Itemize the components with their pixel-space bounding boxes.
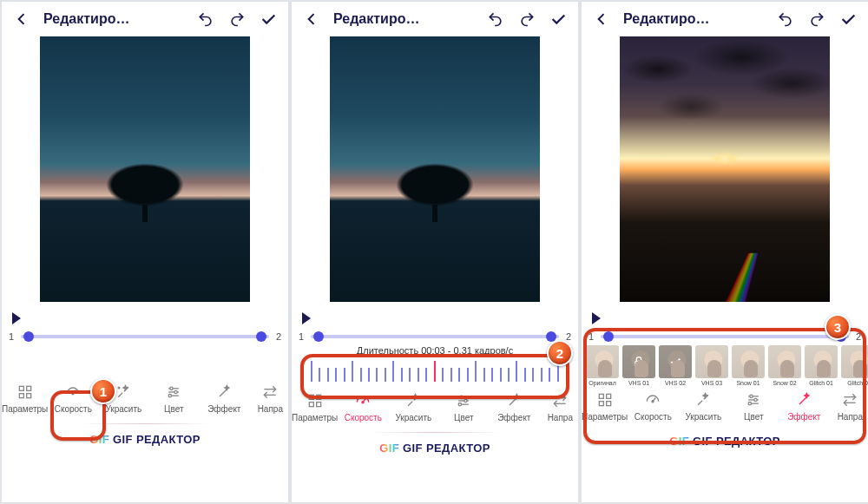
tool-decorate[interactable]: Украсить [388,392,438,422]
timeline-knob-left[interactable] [23,331,34,342]
confirm-icon[interactable] [835,6,861,32]
badge-2: 2 [547,340,573,366]
svg-rect-16 [316,403,320,407]
svg-rect-26 [599,394,603,398]
svg-rect-3 [26,394,30,398]
fx-snow01[interactable]: Snow 01 [731,345,766,386]
play-icon[interactable] [592,312,601,324]
divider [80,423,210,424]
svg-point-18 [362,402,364,403]
back-icon[interactable] [299,6,325,32]
brand-gif: GIF [89,433,109,446]
svg-point-6 [118,387,120,389]
tool-effect[interactable]: Эффект [489,392,539,422]
screen-2: Редактиро… 1 2 Длительность 00:03 - 0.31… [292,2,578,502]
fx-snow02[interactable]: Snow 02 [767,345,802,386]
redo-icon[interactable] [224,6,250,32]
confirm-icon[interactable] [545,6,571,32]
effects-strip[interactable]: Оригинал VHS 01 VHS 02 VHS 03 Snow 01 Sn… [582,342,868,388]
svg-rect-14 [316,395,320,399]
header: Редактиро… [582,2,868,36]
svg-point-35 [750,395,753,397]
svg-rect-2 [19,394,23,398]
svg-point-24 [458,403,461,406]
svg-point-10 [170,387,173,389]
fx-original[interactable]: Оригинал [585,345,620,386]
redo-icon[interactable] [514,6,540,32]
speed-duration-label: Длительность 00:03 - 0.31 кадров/с [307,345,562,356]
tool-params[interactable]: Параметры [292,392,338,422]
tool-params[interactable]: Параметры [582,391,628,422]
svg-point-11 [174,390,177,393]
tool-color[interactable]: Цвет [148,383,199,414]
undo-icon[interactable] [773,6,799,32]
undo-icon[interactable] [483,6,509,32]
svg-rect-13 [309,395,313,399]
undo-icon[interactable] [193,6,219,32]
tool-color[interactable]: Цвет [728,391,779,422]
page-title: Редактиро… [623,11,767,27]
toolbar: Параметры Скорость Украсить Цвет Эффект … [2,376,288,423]
play-icon[interactable] [302,312,311,324]
page-title: Редактиро… [43,11,187,27]
play-icon[interactable] [12,312,21,324]
fx-vhs03[interactable]: VHS 03 [694,345,729,386]
screen-3: Редактиро… 1 2 Оригинал VHS 01 VHS 02 VH… [582,2,868,502]
toolbar: Параметры Скорость Украсить Цвет Эффект … [582,388,868,429]
tool-direction[interactable]: Напра [249,383,288,414]
badge-1: 1 [90,378,116,404]
svg-rect-0 [19,386,23,390]
svg-point-36 [754,398,757,401]
spacer [2,342,288,376]
timeline[interactable]: 1 2 [292,331,578,342]
tool-direction[interactable]: Напра [539,392,578,422]
timeline-end: 2 [274,331,283,342]
tool-effect[interactable]: Эффект [199,383,249,414]
speed-panel: Длительность 00:03 - 0.31 кадров/с [292,342,578,385]
svg-rect-27 [606,394,610,398]
svg-point-37 [748,403,751,405]
fx-glitch01[interactable]: Glitch 01 [804,345,838,386]
page-title: Редактиро… [333,11,477,27]
header: Редактиро… [2,2,288,36]
play-row [292,307,578,330]
timeline-track[interactable] [21,335,269,338]
svg-point-22 [460,396,463,398]
redo-icon[interactable] [804,6,830,32]
svg-point-12 [168,395,171,397]
brand-label: GIFGIF РЕДАКТОР [582,435,868,448]
tool-speed[interactable]: Скорость [628,391,678,422]
back-icon[interactable] [9,6,35,32]
fx-glitch02[interactable]: Glitch 0 [840,345,868,386]
timeline[interactable]: 1 2 [582,331,868,342]
tool-effect[interactable]: Эффект [779,391,829,422]
toolbar: Параметры Скорость Украсить Цвет Эффект … [292,385,578,432]
brand-label: GIFGIF РЕДАКТОР [2,433,288,446]
preview-image [620,36,830,302]
svg-rect-29 [606,402,610,406]
svg-rect-25 [635,361,642,366]
preview-image [40,36,250,302]
tool-color[interactable]: Цвет [438,392,489,422]
speed-marker[interactable] [434,361,436,382]
svg-rect-1 [26,386,30,390]
tool-decorate[interactable]: Украсить [678,391,728,422]
tool-speed[interactable]: Скорость [338,392,388,422]
brand-label: GIFGIF РЕДАКТОР [292,442,578,455]
fx-vhs01[interactable]: VHS 01 [621,345,656,386]
confirm-icon[interactable] [255,6,281,32]
tool-params[interactable]: Параметры [2,383,48,414]
speed-ruler[interactable] [307,359,562,382]
fx-vhs02[interactable]: VHS 02 [658,345,693,386]
svg-point-5 [72,393,74,395]
timeline-start: 1 [7,331,16,342]
screen-1: Редактиро… 1 2 Параметры Скоро [2,2,288,502]
badge-3: 3 [825,314,851,340]
play-row [2,307,288,330]
svg-rect-28 [599,402,603,406]
timeline[interactable]: 1 2 [2,331,288,342]
back-icon[interactable] [589,6,615,32]
svg-point-31 [652,401,654,403]
tool-direction[interactable]: Напра [829,391,868,422]
timeline-knob-right[interactable] [256,331,266,342]
